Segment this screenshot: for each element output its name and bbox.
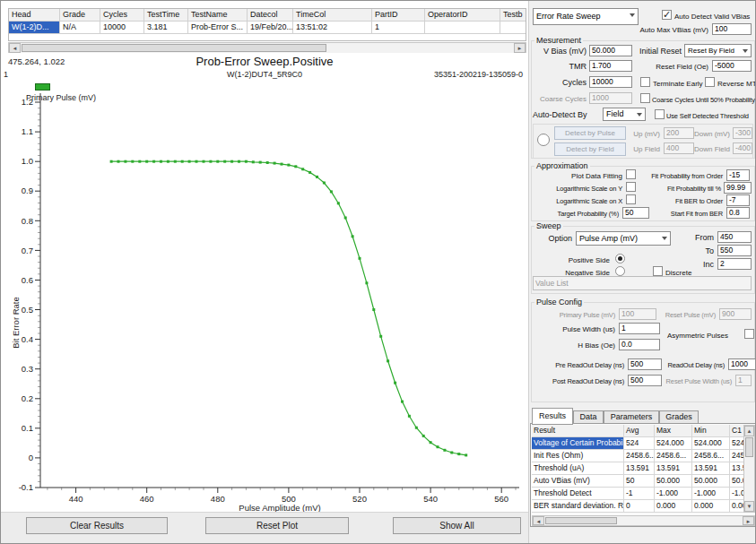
results-cell: 524: [624, 437, 655, 450]
scrollbar-thumb[interactable]: [545, 517, 617, 524]
pulse-config-group-title: Pulse Config: [534, 298, 584, 307]
measurement-group-title: Mesurement: [534, 36, 583, 45]
positive-side-radio[interactable]: [615, 254, 625, 263]
top-grid-column-header[interactable]: Head: [9, 9, 60, 22]
pre-readout-delay-input[interactable]: 500: [628, 358, 662, 370]
scrollbar-thumb[interactable]: [22, 44, 326, 52]
negative-side-radio[interactable]: [615, 266, 625, 276]
results-vscrollbar[interactable]: ▲ ▼: [743, 425, 755, 513]
tab-results[interactable]: Results: [532, 408, 573, 425]
scroll-left-icon[interactable]: ◄: [533, 516, 544, 525]
top-grid-row[interactable]: W(1-2)D...N/A100003.181Prob-Error S...19…: [9, 22, 526, 34]
results-row[interactable]: Threshold Detect-1-1.000-1.000-1.00: [532, 488, 743, 500]
log-scale-y-checkbox[interactable]: [626, 182, 636, 192]
tmr-label: TMR: [531, 62, 587, 72]
sweep-to-input[interactable]: 550: [717, 245, 752, 256]
show-all-button[interactable]: Show All: [393, 517, 521, 534]
top-grid-column-header[interactable]: PartID: [372, 9, 425, 22]
scroll-up-icon[interactable]: ▲: [744, 426, 754, 436]
sweep-inc-input[interactable]: 2: [717, 258, 752, 270]
results-cell: 2458.6...: [692, 450, 730, 462]
svg-text:1.0: 1.0: [22, 156, 33, 166]
top-grid-cell: 13:51:02: [293, 22, 372, 34]
test-mode-select[interactable]: Error Rate Sweep: [533, 8, 639, 25]
reverse-mtj-checkbox[interactable]: [705, 77, 715, 87]
target-probability-input[interactable]: 50: [622, 207, 649, 219]
tmr-input[interactable]: 1.700: [589, 60, 632, 72]
asymmetric-pulses-checkbox[interactable]: [744, 329, 754, 339]
primary-pulse-input: 100: [619, 308, 656, 320]
log-scale-x-checkbox[interactable]: [626, 194, 636, 204]
clear-results-button[interactable]: Clear Results: [26, 517, 168, 534]
sweep-option-select[interactable]: Pulse Amp (mV): [576, 231, 671, 246]
h-bias-input[interactable]: 0.0: [619, 339, 660, 350]
pulse-width-input[interactable]: 1: [619, 323, 660, 334]
results-column-header[interactable]: Result: [532, 425, 624, 437]
scroll-down-icon[interactable]: ▼: [744, 501, 754, 512]
post-readout-delay-input[interactable]: 500: [628, 375, 662, 386]
results-hscrollbar[interactable]: ◄ ►: [532, 515, 755, 526]
coarse-until-checkbox[interactable]: [640, 93, 650, 103]
start-fit-ber-input[interactable]: 0.8: [726, 207, 750, 219]
results-column-header[interactable]: C1: [730, 425, 743, 437]
fit-prob-till-input[interactable]: 99.99: [724, 182, 752, 194]
detect-mode-radio[interactable]: [537, 134, 550, 146]
app-window: HeadGradeCyclesTestTimeTestNameDatecolTi…: [0, 0, 756, 544]
top-grid-cell: [500, 22, 526, 34]
initial-reset-select[interactable]: Reset By Field: [684, 44, 752, 57]
svg-text:440: 440: [69, 494, 83, 504]
svg-text:-0.1: -0.1: [19, 482, 33, 492]
fit-ber-order-input[interactable]: -7: [726, 194, 750, 206]
tab-parameters[interactable]: Parameters: [604, 410, 659, 424]
scroll-left-icon[interactable]: ◄: [9, 43, 21, 53]
discrete-checkbox[interactable]: [653, 266, 663, 276]
top-grid-column-header[interactable]: TimeCol: [293, 9, 372, 22]
auto-max-vbias-input[interactable]: 100: [712, 23, 752, 35]
top-grid-cell: 10000: [100, 22, 144, 34]
scrollbar-thumb[interactable]: [745, 437, 753, 457]
svg-text:460: 460: [140, 494, 154, 504]
vbias-label: V Bias (mV): [531, 47, 587, 56]
top-grid-column-header[interactable]: Grade: [60, 9, 100, 22]
results-row[interactable]: BER standard deviation. R^200.0000.0000.…: [532, 500, 743, 513]
up-mv-label: Up (mV): [631, 129, 660, 139]
results-row[interactable]: Threshold (uA)13.59113.59113.59113.59: [532, 462, 743, 475]
terminate-early-checkbox[interactable]: [640, 77, 650, 87]
results-cell: Threshold Detect: [532, 488, 624, 500]
top-grid-column-header[interactable]: Cycles: [100, 9, 144, 22]
reset-pulse-width-label: Reset Pulse Width (us): [658, 376, 732, 386]
top-grid-cell: Prob-Error S...: [188, 22, 248, 34]
vbias-input[interactable]: 50.000: [589, 45, 632, 56]
results-cell: 524.0: [730, 437, 743, 450]
tab-data[interactable]: Data: [573, 410, 604, 424]
top-grid-column-header[interactable]: OperatorID: [425, 9, 500, 22]
top-grid-cell: [425, 22, 500, 34]
top-grid-column-header[interactable]: TestName: [188, 9, 248, 22]
use-self-threshold-checkbox[interactable]: [655, 109, 665, 119]
cycles-input[interactable]: 10000: [589, 76, 632, 88]
sweep-inc-label: Inc: [689, 260, 714, 270]
reset-plot-button[interactable]: Reset Plot: [205, 517, 349, 534]
tab-grades[interactable]: Grades: [659, 410, 699, 424]
scroll-right-icon[interactable]: ►: [743, 516, 754, 525]
svg-text:0.3: 0.3: [22, 364, 33, 374]
top-grid-column-header[interactable]: TestTime: [144, 9, 188, 22]
results-cell: 0.000: [730, 500, 743, 513]
sweep-from-input[interactable]: 450: [717, 231, 752, 243]
results-column-header[interactable]: Avg: [624, 425, 655, 437]
reset-field-input[interactable]: -5000: [712, 60, 752, 72]
auto-detect-valid-vbias-checkbox[interactable]: [662, 10, 672, 20]
auto-detect-by-select[interactable]: Field: [603, 108, 646, 121]
readout-delay-input[interactable]: 1000: [728, 358, 756, 370]
results-row[interactable]: Init Res (Ohm)2458.6...2458.6...2458.6..…: [532, 450, 743, 462]
scroll-right-icon[interactable]: ►: [514, 43, 526, 53]
fit-prob-order-input[interactable]: -15: [726, 169, 750, 181]
results-row[interactable]: Auto VBias (mV)5050.00050.00050.00: [532, 475, 743, 488]
top-grid-column-header[interactable]: Datecol: [248, 9, 293, 22]
results-column-header[interactable]: Max: [655, 425, 692, 437]
chart-canvas[interactable]: -0.100.10.20.30.40.50.60.70.80.91.01.11.…: [1, 53, 528, 512]
fit-prob-till-label: Fit Probability till %: [655, 184, 721, 194]
results-row[interactable]: Voltage of Certain Probabilit...524524.0…: [532, 437, 743, 450]
top-grid-column-header[interactable]: Testb: [500, 9, 526, 22]
results-column-header[interactable]: Min: [692, 425, 730, 437]
